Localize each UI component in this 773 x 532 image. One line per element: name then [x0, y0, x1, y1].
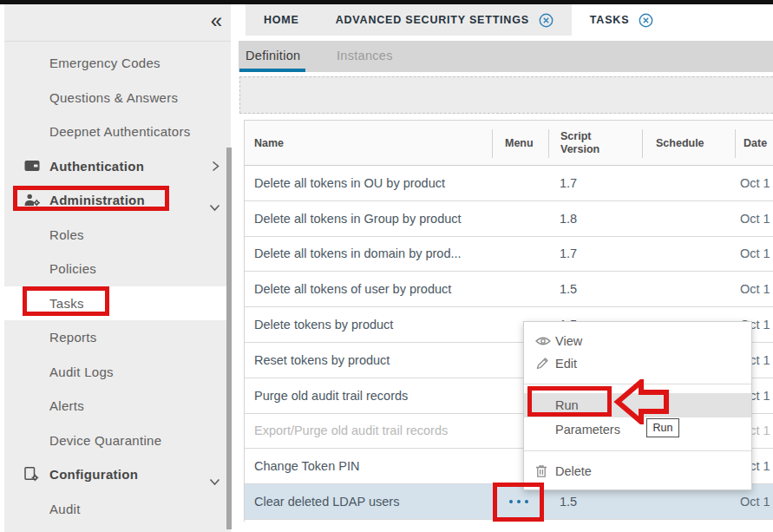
sidebar-item-administration[interactable]: Administration [4, 183, 231, 218]
tab-advanced-security-settings[interactable]: ADVANCED SECURITY SETTINGS [318, 4, 572, 36]
cell-date: Oct 1 [740, 246, 770, 260]
pencil-icon [535, 357, 553, 371]
sidebar: « Emergency CodesQuestions & AnswersDeep… [4, 4, 231, 532]
cell-date: Oct 1 [740, 176, 770, 190]
cell-version: 1.7 [560, 246, 577, 260]
sidebar-nav: Emergency CodesQuestions & AnswersDeepne… [4, 46, 231, 526]
active-subtab-underline [239, 69, 305, 73]
sidebar-item-authentication[interactable]: Authentication [4, 149, 231, 184]
context-menu: ViewEditRunParametersDelete [523, 321, 752, 490]
menu-item-label: Delete [555, 464, 592, 478]
cell-date: Oct 1 [740, 495, 770, 509]
cell-name: Delete tokens by product [254, 318, 393, 332]
cell-version: 1.8 [560, 212, 577, 226]
sidebar-item-device-quarantine[interactable]: Device Quarantine [4, 424, 231, 458]
sidebar-item-emergency-codes[interactable]: Emergency Codes [4, 46, 231, 81]
sidebar-scrollbar-thumb[interactable] [226, 148, 232, 529]
sidebar-item-tasks[interactable]: Tasks [4, 286, 231, 321]
close-icon[interactable] [539, 13, 554, 28]
table-header-row: NameMenuScript VersionScheduleDate [245, 121, 773, 166]
sidebar-item-label: Alerts [49, 398, 84, 413]
cell-name: Delete all tokens in OU by product [254, 176, 445, 190]
sidebar-item-configuration[interactable]: Configuration [4, 457, 231, 492]
row-actions-menu-button[interactable] [507, 500, 530, 503]
table-row-delete-all-tokens-in-ou-by-product[interactable]: Delete all tokens in OU by product1.7Oct… [245, 166, 773, 201]
column-header-date[interactable]: Date [744, 137, 773, 150]
subtab-bar: Definition Instances [239, 41, 773, 72]
chevron-down-icon[interactable] [209, 204, 220, 212]
tab-home[interactable]: HOME [246, 4, 318, 36]
cell-name: Change Token PIN [254, 459, 359, 473]
tab-label: HOME [264, 14, 299, 26]
cell-name: Clear deleted LDAP users [254, 495, 399, 509]
column-header-name[interactable]: Name [254, 137, 488, 150]
column-divider[interactable] [492, 129, 493, 158]
sidebar-item-label: Tasks [49, 296, 84, 311]
column-header-menu[interactable]: Menu [505, 137, 548, 150]
sidebar-item-label: Reports [49, 330, 97, 345]
column-divider[interactable] [548, 129, 549, 158]
wallet-icon [24, 160, 43, 172]
collapse-sidebar-icon[interactable]: « [211, 10, 222, 32]
sidebar-item-questions-answers[interactable]: Questions & Answers [4, 81, 231, 115]
menu-item-label: Parameters [555, 423, 620, 437]
sidebar-item-audit-logs[interactable]: Audit Logs [4, 355, 231, 390]
sidebar-item-deepnet-authenticators[interactable]: Deepnet Authenticators [4, 115, 231, 149]
table-row-delete-all-tokens-of-user-by-product[interactable]: Delete all tokens of user by product1.5O… [245, 272, 773, 307]
chevron-down-icon[interactable] [209, 478, 220, 486]
sidebar-item-label: Authentication [49, 159, 144, 174]
menu-item-view[interactable]: View [524, 330, 751, 352]
sidebar-item-reports[interactable]: Reports [4, 320, 231, 355]
cell-name: Delete all tokens in domain by prod... [254, 246, 462, 260]
sidebar-item-label: Configuration [49, 467, 138, 482]
menu-item-parameters[interactable]: Parameters [524, 417, 751, 442]
cell-name: Delete all tokens of user by product [254, 282, 451, 296]
trash-icon [535, 464, 553, 478]
sidebar-item-alerts[interactable]: Alerts [4, 389, 231, 424]
sidebar-item-label: Audit Logs [49, 365, 114, 379]
menu-separator [524, 450, 751, 451]
table-row-delete-all-tokens-in-domain-by-prod[interactable]: Delete all tokens in domain by prod...1.… [245, 237, 773, 273]
column-header-script-version[interactable]: Script Version [560, 130, 613, 156]
menu-item-delete[interactable]: Delete [524, 460, 751, 483]
toolbar-dropzone [239, 76, 773, 114]
sidebar-item-label: Emergency Codes [49, 56, 160, 70]
close-icon[interactable] [639, 13, 653, 28]
menu-item-label: Edit [555, 357, 577, 371]
cell-name: Export/Purge old audit trail records [254, 424, 448, 437]
run-tooltip-label: Run [653, 422, 673, 434]
menu-item-label: Run [555, 398, 579, 412]
cell-name: Delete all tokens in Group by product [254, 212, 462, 226]
sidebar-item-label: Audit [49, 502, 81, 516]
sidebar-item-label: Questions & Answers [49, 90, 178, 105]
tab-label: TASKS [590, 14, 629, 26]
column-divider[interactable] [642, 129, 643, 158]
menu-item-edit[interactable]: Edit [524, 352, 751, 375]
menu-separator [524, 384, 751, 384]
menu-item-run[interactable]: Run [524, 393, 751, 417]
cell-version: 1.5 [560, 282, 577, 296]
tab-bar: HOMEADVANCED SECURITY SETTINGSTASKS [246, 4, 671, 36]
chevron-right-icon[interactable] [211, 161, 220, 172]
menu-item-label: View [555, 334, 582, 348]
sidebar-item-policies[interactable]: Policies [4, 252, 231, 286]
tab-definition[interactable]: Definition [246, 49, 300, 62]
sidebar-item-label: Policies [49, 261, 96, 276]
document-gear-icon [24, 467, 43, 482]
user-gear-icon [24, 194, 43, 207]
cell-date: Oct 1 [740, 212, 770, 226]
tab-tasks[interactable]: TASKS [572, 4, 671, 36]
column-divider[interactable] [735, 129, 736, 158]
cell-date: Oct 1 [740, 282, 770, 296]
run-tooltip: Run [646, 418, 679, 437]
column-header-schedule[interactable]: Schedule [656, 137, 725, 150]
tab-instances[interactable]: Instances [337, 49, 393, 62]
sidebar-item-label: Administration [49, 193, 145, 207]
sidebar-item-audit[interactable]: Audit [4, 492, 231, 527]
cell-name: Reset tokens by product [254, 353, 390, 367]
sidebar-header: « [4, 4, 231, 42]
sidebar-item-roles[interactable]: Roles [4, 218, 231, 253]
eye-icon [535, 336, 553, 346]
table-row-delete-all-tokens-in-group-by-product[interactable]: Delete all tokens in Group by product1.8… [245, 201, 773, 237]
sidebar-item-label: Roles [49, 227, 84, 242]
